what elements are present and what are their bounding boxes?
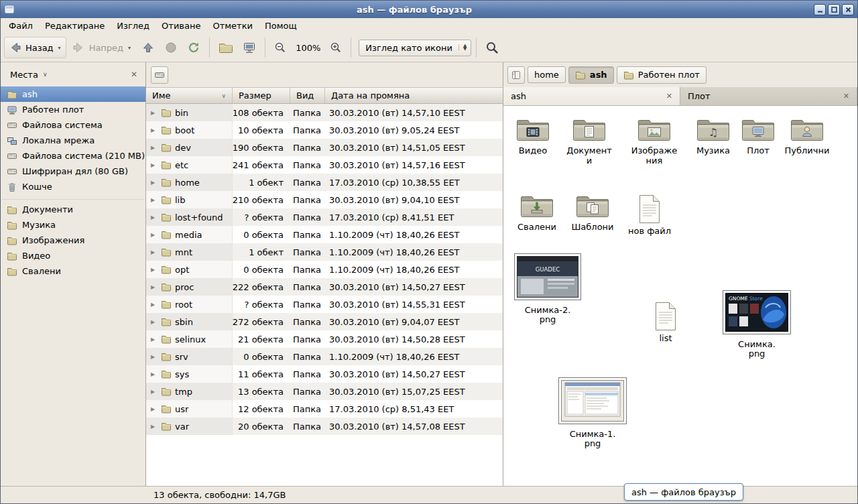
expander-icon[interactable]: ▶: [151, 302, 158, 308]
expander-icon[interactable]: ▶: [151, 249, 158, 255]
icon-Снимка.png[interactable]: GNOME StoreСнимка.​png: [722, 290, 792, 359]
sidebar-item-videos[interactable]: Видео: [1, 248, 145, 263]
stop-button[interactable]: [160, 37, 182, 58]
tree-row-dev[interactable]: ▶dev190 обектаПапка30.03.2010 (вт) 14,51…: [146, 139, 503, 156]
sidebar-item-music[interactable]: Музика: [1, 217, 145, 233]
back-button[interactable]: Назад ▾: [4, 37, 66, 58]
expander-icon[interactable]: ▶: [151, 127, 158, 133]
minimize-button[interactable]: [814, 4, 826, 15]
breadcrumb-home[interactable]: home: [528, 66, 566, 83]
pathbar-places-button[interactable]: [507, 66, 525, 84]
expander-icon[interactable]: ▶: [151, 354, 158, 360]
zoom-in-button[interactable]: [326, 38, 346, 58]
breadcrumb-desktop[interactable]: Работен плот: [617, 66, 707, 84]
tree-row-proc[interactable]: ▶proc222 обектаПапка30.03.2010 (вт) 14,5…: [146, 278, 503, 296]
sidebar-item-pictures[interactable]: Изображения: [1, 233, 145, 248]
chevron-down-icon[interactable]: ▾: [127, 45, 132, 51]
tab-plot[interactable]: Плот✕: [680, 87, 857, 105]
icon-list[interactable]: list: [637, 302, 694, 344]
tree-row-media[interactable]: ▶media0 обектаПапка1.10.2009 (чт) 18,40,…: [146, 226, 503, 243]
sidebar-item-documents[interactable]: Документи: [1, 202, 145, 217]
expander-icon[interactable]: ▶: [151, 197, 158, 203]
column-header-name[interactable]: Име∨: [146, 88, 233, 103]
forward-button[interactable]: Напред ▾: [68, 37, 137, 58]
expander-icon[interactable]: ▶: [151, 319, 158, 325]
tab-ash[interactable]: ash✕: [503, 87, 680, 105]
sidebar-item-network[interactable]: Локална мрежа: [1, 133, 145, 148]
menu-file[interactable]: Файл: [3, 19, 39, 33]
menu-bookmarks[interactable]: Отметки: [206, 19, 258, 33]
icon-нов файл[interactable]: нов файл: [621, 194, 678, 237]
tab-close-icon[interactable]: ✕: [666, 92, 672, 101]
tree-row-lib[interactable]: ▶lib210 обектаПапка30.03.2010 (вт) 9,04,…: [146, 191, 503, 208]
up-button[interactable]: [137, 37, 159, 58]
breadcrumb-ash[interactable]: ash: [568, 66, 614, 84]
computer-button[interactable]: [239, 37, 260, 58]
icon-Шаблони[interactable]: Шаблони: [564, 193, 621, 233]
home-button[interactable]: [214, 38, 237, 58]
icon-Свалени[interactable]: Свалени: [509, 193, 565, 233]
icon-Снимка-1.png[interactable]: Снимка-​1.​png: [558, 377, 627, 449]
taskbar-window-button[interactable]: ash — файлов браузър: [624, 483, 743, 501]
expander-icon[interactable]: ▶: [151, 267, 158, 273]
tree-row-lost+found[interactable]: ▶lost+found? обектаПапка17.03.2010 (ср) …: [146, 208, 503, 226]
search-button[interactable]: [481, 37, 503, 59]
tree-row-etc[interactable]: ▶etc241 обектаПапка30.03.2010 (вт) 14,57…: [146, 156, 503, 174]
icon-Снимка-2.png[interactable]: GUADECСнимка-​2.​png: [513, 253, 583, 325]
places-selector[interactable]: Места ∨: [6, 67, 52, 82]
tree-row-srv[interactable]: ▶srv0 обектаПапка1.10.2009 (чт) 18,40,26…: [146, 348, 503, 365]
tree-row-selinux[interactable]: ▶selinux21 обектаПапка30.03.2010 (вт) 14…: [146, 330, 503, 348]
maximize-button[interactable]: [828, 4, 840, 15]
tree-row-var[interactable]: ▶var20 обектаПапка30.03.2010 (вт) 14,57,…: [146, 418, 503, 435]
icon-Документи[interactable]: Документи: [561, 117, 617, 166]
icon-Публични[interactable]: Публични: [779, 117, 835, 156]
column-header-date[interactable]: Дата на промяна: [325, 88, 503, 103]
expander-icon[interactable]: ▶: [151, 284, 158, 290]
zoom-out-button[interactable]: [270, 38, 290, 58]
expander-icon[interactable]: ▶: [151, 180, 158, 186]
tree-row-mnt[interactable]: ▶mnt1 обектПапка1.10.2009 (чт) 18,40,26 …: [146, 243, 503, 261]
sidebar-item-downloads[interactable]: Свалени: [1, 263, 145, 279]
tab-close-icon[interactable]: ✕: [843, 92, 849, 101]
tree-row-usr[interactable]: ▶usr12 обектаПапка17.03.2010 (ср) 8,51,4…: [146, 400, 503, 418]
expander-icon[interactable]: ▶: [151, 232, 158, 238]
close-button[interactable]: [842, 4, 854, 15]
expander-icon[interactable]: ▶: [151, 145, 158, 151]
reload-button[interactable]: [183, 37, 204, 58]
icon-Плот[interactable]: Плот: [730, 117, 786, 156]
sidebar-item-ash[interactable]: ash: [1, 86, 145, 102]
icon-Изображения[interactable]: Изображения: [626, 117, 682, 166]
expander-icon[interactable]: ▶: [151, 336, 158, 342]
tree-row-tmp[interactable]: ▶tmp13 обектаПапка30.03.2010 (вт) 15,07,…: [146, 383, 503, 400]
tree-row-home[interactable]: ▶home1 обектПапка17.03.2010 (ср) 10,38,5…: [146, 174, 503, 191]
sidebar-item-desktop[interactable]: Работен плот: [1, 102, 145, 117]
menu-edit[interactable]: Редактиране: [39, 19, 111, 33]
expander-icon[interactable]: ▶: [151, 389, 158, 395]
expander-icon[interactable]: ▶: [151, 406, 158, 412]
sidebar-close-button[interactable]: ✕: [128, 68, 140, 80]
expander-icon[interactable]: ▶: [151, 214, 158, 220]
breadcrumb-root-button[interactable]: [151, 66, 168, 84]
sidebar-item-encrypted-80[interactable]: Шифриран дял (80 GB): [1, 164, 145, 179]
expander-icon[interactable]: ▶: [151, 371, 158, 377]
sidebar-item-trash[interactable]: Кошче: [1, 179, 145, 194]
menu-help[interactable]: Помощ: [259, 19, 303, 33]
expander-icon[interactable]: ▶: [151, 424, 158, 430]
tree-row-sys[interactable]: ▶sys11 обектаПапка30.03.2010 (вт) 14,50,…: [146, 365, 503, 383]
sidebar-item-filesystem-210[interactable]: Файлова система (210 MB): [1, 148, 145, 164]
expander-icon[interactable]: ▶: [151, 162, 158, 168]
expander-icon[interactable]: ▶: [151, 110, 158, 116]
tree-row-root[interactable]: ▶root? обектаПапка30.03.2010 (вт) 14,55,…: [146, 296, 503, 313]
column-header-size[interactable]: Размер: [233, 88, 290, 103]
menu-view[interactable]: Изглед: [111, 19, 156, 33]
sidebar-item-filesystem[interactable]: Файлова система: [1, 117, 145, 133]
view-mode-combobox[interactable]: Изглед като икони ▲▼: [359, 40, 471, 56]
menu-go[interactable]: Отиване: [156, 19, 206, 33]
tree-row-boot[interactable]: ▶boot10 обектаПапка30.03.2010 (вт) 9,05,…: [146, 121, 503, 139]
icon-Видео[interactable]: Видео: [505, 117, 561, 156]
tree-row-bin[interactable]: ▶bin108 обектаПапка30.03.2010 (вт) 14,57…: [146, 104, 503, 121]
tree-row-opt[interactable]: ▶opt0 обектаПапка1.10.2009 (чт) 18,40,26…: [146, 261, 503, 278]
tree-row-sbin[interactable]: ▶sbin272 обектаПапка30.03.2010 (вт) 9,04…: [146, 313, 503, 330]
column-header-type[interactable]: Вид: [290, 88, 325, 103]
chevron-down-icon[interactable]: ▾: [57, 45, 62, 51]
